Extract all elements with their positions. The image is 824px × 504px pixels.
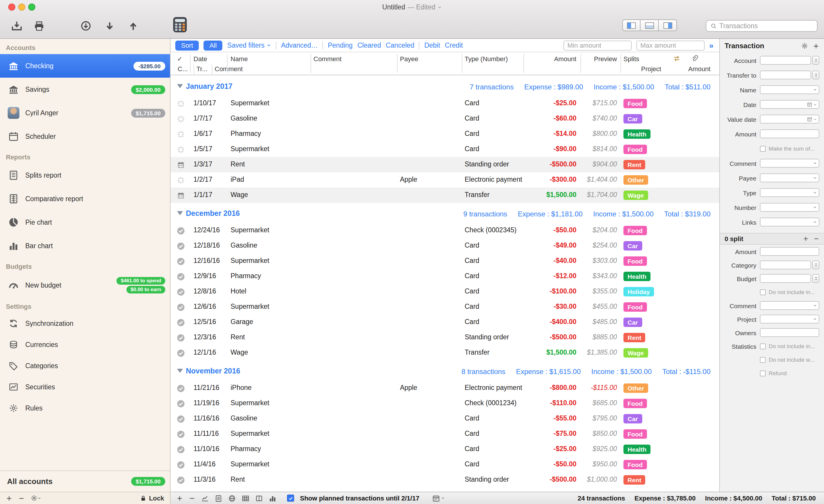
combo-control[interactable] <box>760 301 819 310</box>
inspector-actions-button[interactable] <box>801 42 808 49</box>
sidebar-item-rules[interactable]: Rules <box>0 398 170 419</box>
column-comment[interactable]: Comment <box>313 55 341 62</box>
date-control[interactable] <box>760 100 819 109</box>
remove-split-button[interactable] <box>813 236 819 242</box>
transaction-row[interactable]: 12/1/16WageTransfer$1,500.00$1,385.00Wag… <box>171 345 719 361</box>
search-field[interactable] <box>706 20 818 32</box>
transaction-row[interactable]: 1/10/17SupermarketCard-$25.00$715.00Food <box>171 96 719 111</box>
filter-credit-button[interactable]: Credit <box>445 42 463 49</box>
transaction-row[interactable]: 12/18/16GasolineCard-$49.00$254.00Car <box>171 238 719 254</box>
subcolumn-cleared[interactable]: C... <box>178 65 188 72</box>
transaction-row[interactable]: 1/6/17PharmacyCard-$14.00$800.00Health <box>171 126 719 142</box>
web-view-button[interactable] <box>228 494 236 502</box>
filter-cleared-button[interactable]: Cleared <box>357 42 381 49</box>
subcolumn-comment[interactable]: Comment <box>215 65 242 72</box>
column-payee[interactable]: Payee <box>400 55 418 62</box>
transaction-row[interactable]: 1/1/17WageTransfer$1,500.00$1,704.00Wage <box>171 188 719 203</box>
title-chevron-icon[interactable] <box>438 5 442 9</box>
saved-filters-dropdown[interactable]: Saved filters <box>227 42 271 49</box>
account-actions-button[interactable] <box>30 495 41 502</box>
sidebar-item-categories[interactable]: Categories <box>0 355 170 376</box>
column-amount[interactable]: Amount <box>554 55 577 62</box>
columns-view-button[interactable] <box>255 494 263 502</box>
checkbox[interactable] <box>760 289 766 295</box>
column-date[interactable]: Date <box>194 55 207 62</box>
column-check[interactable]: ✓ <box>177 55 182 63</box>
stepper-control[interactable] <box>760 71 819 79</box>
transaction-row[interactable]: 11/4/16SupermarketCard-$50.00$950.00Food <box>171 457 719 472</box>
subcolumn-amount[interactable]: Amount <box>688 65 711 72</box>
download-button[interactable] <box>101 19 118 33</box>
lock-button[interactable]: Lock <box>140 495 164 502</box>
disclosure-triangle-icon[interactable] <box>177 211 183 215</box>
transaction-row[interactable]: 11/10/16PharmacyCard-$25.00$925.00Health <box>171 442 719 457</box>
subcolumn-transfer[interactable]: Tr... <box>196 65 207 72</box>
update-button[interactable] <box>78 19 94 33</box>
attachment-column-icon[interactable] <box>691 55 698 62</box>
table-view-button[interactable] <box>242 494 249 502</box>
transaction-row[interactable]: 12/9/16PharmacyCard-$12.00$343.00Health <box>171 269 719 284</box>
list-view-button[interactable] <box>215 494 222 502</box>
sidebar-item-cyril-anger[interactable]: Cyril Anger$1,715.00 <box>0 101 170 125</box>
combo-control[interactable] <box>760 159 819 168</box>
remove-transaction-button[interactable] <box>189 495 195 501</box>
transaction-row[interactable]: 11/19/16SupermarketCheck (0001234)-$110.… <box>171 396 719 411</box>
add-transaction-button[interactable] <box>177 495 183 501</box>
combo-control[interactable] <box>760 218 819 226</box>
sidebar-item-new-budget[interactable]: New budget$461.00 to spend$0.00 to earn <box>0 273 170 298</box>
stepper-control[interactable] <box>760 56 819 65</box>
add-split-button[interactable] <box>803 236 809 242</box>
sidebar-item-pie-chart[interactable]: Pie chart <box>0 211 170 234</box>
column-splits[interactable]: Splits <box>623 55 639 62</box>
planned-date-picker[interactable] <box>432 494 445 502</box>
max-amount-input[interactable] <box>636 40 705 50</box>
stepper-control[interactable] <box>760 274 819 283</box>
advanced-filter-button[interactable]: Advanced… <box>281 42 318 49</box>
sidebar-item-splits-report[interactable]: Splits report <box>0 164 170 187</box>
transaction-row[interactable]: 12/16/16SupermarketCard-$40.00$303.00Foo… <box>171 254 719 269</box>
upload-button[interactable] <box>125 19 141 33</box>
sidebar-item-bar-chart[interactable]: Bar chart <box>0 234 170 258</box>
checkbox[interactable] <box>760 145 766 152</box>
text-control[interactable] <box>760 247 819 256</box>
filter-debit-button[interactable]: Debit <box>424 42 440 49</box>
transaction-row[interactable]: 1/3/17RentStanding order-$500.00$904.00R… <box>171 157 719 172</box>
transaction-row[interactable]: 12/3/16RentStanding order-$500.00$885.00… <box>171 330 719 345</box>
sidebar-item-savings[interactable]: Savings$2,000.00 <box>0 78 170 101</box>
transaction-row[interactable]: 1/2/17iPadAppleElectronic payment-$300.0… <box>171 172 719 188</box>
show-planned-checkbox[interactable] <box>287 495 294 502</box>
sidebar-item-checking[interactable]: Checking-$285.00 <box>0 54 170 78</box>
transaction-row[interactable]: 11/16/16GasolineCard-$55.00$795.00Car <box>171 411 719 426</box>
filter-all-button[interactable]: All <box>204 40 222 50</box>
transaction-row[interactable]: 11/21/16iPhoneAppleElectronic payment-$8… <box>171 381 719 396</box>
sort-button[interactable]: Sort <box>175 40 199 50</box>
min-amount-input[interactable] <box>563 40 632 50</box>
filter-canceled-button[interactable]: Canceled <box>386 42 414 49</box>
all-accounts-row[interactable]: All accounts $1,715.00 <box>0 471 170 492</box>
view-sidebar-left-button[interactable] <box>622 19 640 31</box>
view-split-horizontal-button[interactable] <box>640 19 659 31</box>
sidebar-item-scheduler[interactable]: Scheduler <box>0 125 170 148</box>
subcolumn-project[interactable]: Project <box>641 65 661 72</box>
combo-control[interactable] <box>760 174 819 182</box>
chart-line-button[interactable] <box>201 494 209 502</box>
text-control[interactable] <box>760 129 819 138</box>
transaction-row[interactable]: 12/6/16SupermarketCard-$30.00$455.00Food <box>171 299 719 315</box>
combo-control[interactable] <box>760 85 819 94</box>
transaction-row[interactable]: 11/3/16RentStanding order-$500.00$1,000.… <box>171 472 719 488</box>
column-name[interactable]: Name <box>230 55 248 62</box>
inspector-add-button[interactable] <box>813 42 819 49</box>
transaction-row[interactable]: 12/24/16SupermarketCheck (0002345)-$50.0… <box>171 223 719 238</box>
print-button[interactable] <box>30 19 47 33</box>
transaction-row[interactable]: 1/5/17SupermarketCard-$90.00$814.00Food <box>171 142 719 157</box>
search-input[interactable] <box>719 22 813 29</box>
remove-account-button[interactable] <box>18 495 25 501</box>
checkbox[interactable] <box>760 370 766 376</box>
stepper-control[interactable] <box>760 261 819 269</box>
add-account-button[interactable] <box>6 495 12 501</box>
calculator-button[interactable] <box>172 16 188 35</box>
combo-control[interactable] <box>760 315 819 323</box>
text-control[interactable] <box>760 328 819 337</box>
transaction-row[interactable]: 11/11/16SupermarketCard-$75.00$850.00Foo… <box>171 426 719 442</box>
sidebar-item-currencies[interactable]: Currencies <box>0 334 170 355</box>
